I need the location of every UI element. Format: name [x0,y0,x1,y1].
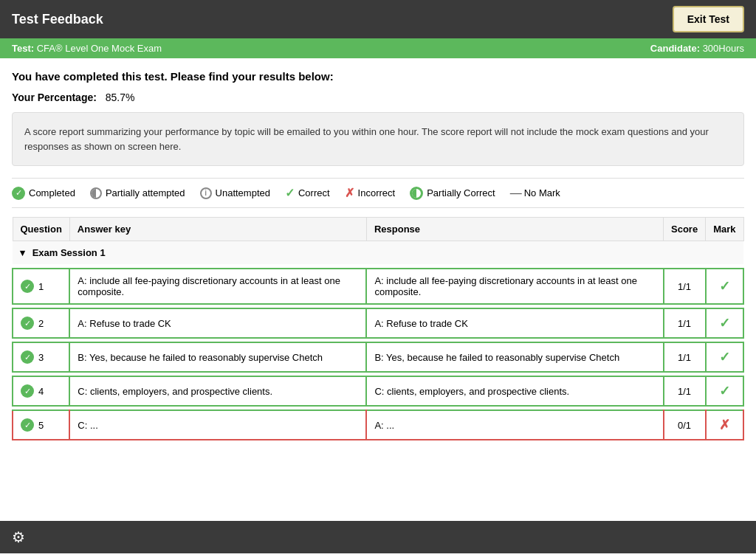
test-name-section: Test: CFA® Level One Mock Exam [12,43,162,54]
question-cell: ✓5 [13,410,69,440]
info-message: A score report summarizing your performa… [24,126,709,152]
incorrect-icon: ✗ [345,186,354,200]
correct-mark-icon: ✓ [719,350,730,364]
mark-cell: ✓ [706,269,743,304]
answer-key-cell: C: clients, employers, and prospective c… [69,376,366,406]
candidate-label: Candidate: [650,43,700,54]
answer-key-cell: A: include all fee-paying discretionary … [69,269,366,304]
test-label: Test: [12,43,34,54]
partially-attempted-icon [90,187,102,199]
question-cell: ✓3 [13,342,69,372]
no-mark-icon: — [510,187,520,200]
answer-key-cell: A: Refuse to trade CK [69,308,366,338]
correct-mark-icon: ✓ [719,384,730,398]
question-cell: ✓4 [13,376,69,406]
correct-icon: ✓ [285,186,295,200]
question-number: 4 [38,386,44,397]
question-cell: ✓1 [13,269,69,304]
question-number: 2 [38,318,44,329]
legend-partially-correct: Partially Correct [410,187,495,200]
legend-completed-label: Completed [29,187,75,198]
response-cell: A: Refuse to trade CK [366,308,663,338]
app-header: Test Feedback Exit Test [0,0,756,38]
partially-correct-icon [410,187,423,200]
score-cell: 1/1 [664,376,706,406]
response-cell: A: ... [366,410,663,440]
table-row: ✓2A: Refuse to trade CKA: Refuse to trad… [13,308,743,338]
legend-no-mark-label: No Mark [524,187,560,198]
response-cell: B: Yes, because he failed to reasonably … [366,342,663,372]
test-name: CFA® Level One Mock Exam [37,43,162,54]
score-cell: 1/1 [664,269,706,304]
legend-completed: ✓ Completed [12,187,75,200]
mark-cell: ✓ [706,342,743,372]
legend-unattempted-label: Unattempted [216,187,270,198]
row-status-icon: ✓ [21,280,34,293]
main-content: You have completed this test. Please fin… [0,58,756,521]
correct-mark-icon: ✓ [719,316,730,331]
response-cell: C: clients, employers, and prospective c… [366,376,663,406]
legend-correct-label: Correct [298,187,330,198]
col-question: Question [13,218,69,241]
row-status-icon: ✓ [21,317,34,330]
row-status-icon: ✓ [21,418,34,432]
info-box: A score report summarizing your performa… [12,112,744,166]
percentage-line: Your Percentage: 85.7% [12,91,744,103]
question-cell: ✓2 [13,308,69,338]
score-cell: 1/1 [664,342,706,372]
completion-message: You have completed this test. Please fin… [12,70,744,83]
legend-no-mark: — No Mark [510,187,560,200]
completed-icon: ✓ [12,187,25,200]
row-status-icon: ✓ [21,350,34,364]
legend-incorrect: ✗ Incorrect [345,186,396,200]
col-score: Score [664,218,706,241]
legend-correct: ✓ Correct [285,186,330,200]
col-mark: Mark [706,218,743,241]
chevron-down-icon: ▾ [20,247,25,258]
correct-mark-icon: ✓ [719,279,730,294]
percentage-value: 85.7% [106,91,135,103]
col-answer-key: Answer key [69,218,366,241]
app-footer: ⚙ [0,521,756,553]
app-title: Test Feedback [12,12,103,27]
unattempted-icon: i [200,187,212,199]
mark-cell: ✓ [706,308,743,338]
table-row: ✓4C: clients, employers, and prospective… [13,376,743,406]
candidate-section: Candidate: 300Hours [650,43,744,54]
legend-partially-attempted: Partially attempted [90,187,185,199]
row-status-icon: ✓ [21,384,34,398]
legend-incorrect-label: Incorrect [358,187,396,198]
question-number: 1 [38,281,44,292]
answer-key-cell: B: Yes, because he failed to reasonably … [69,342,366,372]
answer-key-cell: C: ... [69,410,366,440]
table-row: ✓3B: Yes, because he failed to reasonabl… [13,342,743,372]
session-name: ▾ Exam Session 1 [13,241,743,265]
score-cell: 0/1 [664,410,706,440]
table-row: ✓5C: ...A: ...0/1✗ [13,410,743,440]
score-cell: 1/1 [664,308,706,338]
col-response: Response [366,218,663,241]
test-bar: Test: CFA® Level One Mock Exam Candidate… [0,38,756,58]
candidate-name: 300Hours [703,43,744,54]
incorrect-mark-icon: ✗ [719,418,730,432]
table-row: ✓1A: include all fee-paying discretionar… [13,269,743,304]
legend-partially-attempted-label: Partially attempted [106,187,185,198]
exit-test-button[interactable]: Exit Test [673,6,744,32]
table-header-row: Question Answer key Response Score Mark [13,218,743,241]
mark-cell: ✗ [706,410,743,440]
mark-cell: ✓ [706,376,743,406]
question-number: 3 [38,352,44,363]
response-cell: A: include all fee-paying discretionary … [366,269,663,304]
settings-icon[interactable]: ⚙ [12,528,25,546]
results-table: Question Answer key Response Score Mark … [12,217,744,440]
legend-partially-correct-label: Partially Correct [427,187,495,198]
percentage-label: Your Percentage: [12,91,97,103]
question-number: 5 [38,420,44,431]
session-row: ▾ Exam Session 1 [13,241,743,265]
legend-unattempted: i Unattempted [200,187,270,199]
legend: ✓ Completed Partially attempted i Unatte… [12,178,744,208]
